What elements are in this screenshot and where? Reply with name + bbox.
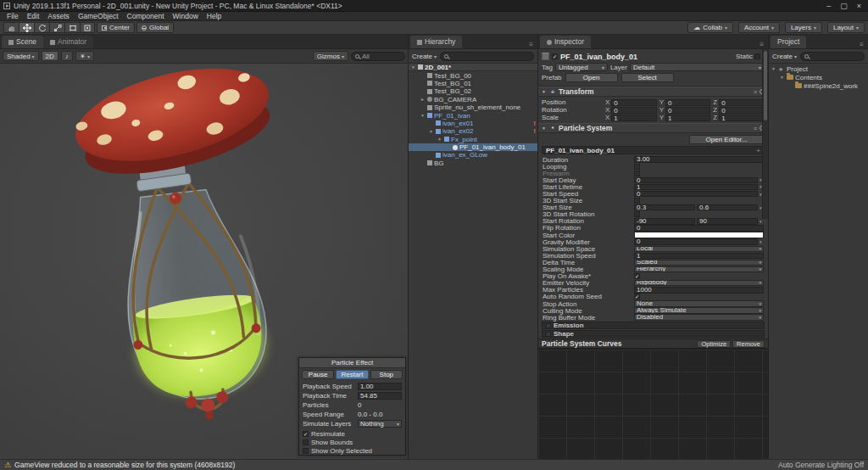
- property-field[interactable]: Rigidbody: [634, 280, 764, 287]
- hierarchy-create-dropdown[interactable]: Create ▾: [412, 53, 437, 60]
- checkbox-icon[interactable]: [303, 439, 309, 445]
- z-field[interactable]: 1: [719, 115, 765, 121]
- y-field[interactable]: 1: [665, 115, 710, 121]
- project-search-input[interactable]: [800, 52, 865, 61]
- x-field[interactable]: 0: [611, 99, 656, 106]
- static-checkbox[interactable]: [754, 53, 760, 59]
- tab-hierarchy[interactable]: Hierarchy: [410, 36, 462, 48]
- particle-curves-graph[interactable]: [538, 349, 768, 459]
- foldout-arrow-icon[interactable]: [437, 137, 442, 142]
- particle-effect-checkbox-row[interactable]: Resimulate: [299, 429, 405, 438]
- scale-tool-button[interactable]: [49, 22, 64, 33]
- active-checkbox[interactable]: ✓: [552, 53, 558, 59]
- property-checkbox[interactable]: [634, 198, 640, 204]
- open-editor-button[interactable]: Open Editor...: [689, 135, 764, 144]
- foldout-arrow-icon[interactable]: [410, 64, 416, 70]
- property-field[interactable]: -90: [634, 218, 695, 225]
- particle-system-component-header[interactable]: ▼ * Particle System ≡: [538, 123, 768, 133]
- layer-dropdown[interactable]: Default: [630, 63, 765, 71]
- transform-tool-button[interactable]: [80, 22, 95, 33]
- transform-component-header[interactable]: ▼ + Transform ≡: [538, 87, 768, 97]
- menu-item[interactable]: Window: [169, 12, 203, 20]
- move-tool-button[interactable]: [19, 22, 34, 33]
- scrollbar-thumb[interactable]: [764, 51, 767, 120]
- hierarchy-row[interactable]: PF_01_ivan_body_01 !: [409, 143, 537, 151]
- static-toggle[interactable]: Static ▾: [736, 53, 765, 60]
- add-module-icon[interactable]: +: [756, 147, 760, 154]
- gameobject-name-field[interactable]: PF_01_ivan_body_01: [560, 53, 733, 61]
- rotate-tool-button[interactable]: [34, 22, 49, 33]
- project-row[interactable]: Contents: [769, 73, 868, 81]
- x-field[interactable]: 0: [611, 107, 656, 114]
- property-field[interactable]: 0.3: [634, 204, 695, 211]
- status-message[interactable]: GameView reduced to a reasonable size fo…: [14, 461, 235, 469]
- inspector-scrollbar[interactable]: [762, 49, 768, 219]
- module-checkbox[interactable]: [546, 323, 551, 328]
- property-field[interactable]: 0: [634, 177, 758, 184]
- property-field-2[interactable]: 90: [697, 218, 758, 225]
- lighting-status[interactable]: Auto Generate Lighting Off: [778, 461, 864, 469]
- menu-item[interactable]: Component: [123, 12, 169, 20]
- project-row[interactable]: Project: [769, 64, 868, 73]
- prefab-action-button[interactable]: Select: [621, 73, 674, 82]
- menu-item[interactable]: Edit: [23, 12, 44, 20]
- hand-tool-button[interactable]: [3, 22, 19, 33]
- pe-row-value[interactable]: 54.85: [358, 392, 402, 400]
- tab-project[interactable]: Project: [771, 36, 806, 48]
- hierarchy-row[interactable]: Test_BG_02 !: [409, 87, 537, 95]
- presets-icon[interactable]: ≡: [754, 89, 757, 95]
- z-field[interactable]: 0: [719, 99, 765, 106]
- tab-inspector[interactable]: Inspector: [540, 36, 591, 48]
- menu-item[interactable]: Help: [203, 12, 225, 20]
- z-field[interactable]: 0: [719, 107, 765, 114]
- property-checkbox[interactable]: [634, 164, 640, 170]
- hierarchy-row[interactable]: BG !: [409, 159, 537, 167]
- view-tab[interactable]: Animator: [43, 36, 93, 48]
- property-field[interactable]: 1: [634, 253, 764, 260]
- curves-action-button[interactable]: Optimize: [697, 340, 731, 348]
- pivot-toggle-button[interactable]: Center: [97, 22, 135, 33]
- property-field-2[interactable]: 0.6: [697, 204, 758, 211]
- menu-item[interactable]: GameObject: [74, 12, 123, 20]
- project-create-dropdown[interactable]: Create ▾: [772, 53, 797, 60]
- hierarchy-row[interactable]: Test_BG_00 !: [409, 71, 537, 79]
- hierarchy-row[interactable]: BG_CAMERA !: [409, 96, 537, 104]
- foldout-arrow-icon[interactable]: ▼: [542, 126, 547, 131]
- checkbox-icon[interactable]: [303, 431, 309, 437]
- chevron-down-icon[interactable]: ▾: [760, 219, 764, 224]
- tag-dropdown[interactable]: Untagged: [555, 63, 608, 71]
- hierarchy-row[interactable]: 2D_001* !: [409, 64, 537, 71]
- hierarchy-row[interactable]: ivan_ex02 !: [409, 127, 537, 135]
- pe-row-value[interactable]: 1.00: [358, 383, 402, 390]
- foldout-arrow-icon[interactable]: [420, 97, 426, 102]
- minimize-button[interactable]: –: [826, 2, 831, 10]
- scene-search-input[interactable]: All: [351, 52, 405, 61]
- layers-dropdown[interactable]: Layers ▾: [785, 22, 822, 33]
- close-button[interactable]: ×: [857, 2, 861, 10]
- hierarchy-row[interactable]: Sprite_nu_sh_element_none !: [409, 104, 537, 111]
- property-field[interactable]: 3.00: [634, 156, 764, 163]
- particle-effect-button[interactable]: Stop: [370, 370, 403, 379]
- foldout-arrow-icon[interactable]: [428, 129, 434, 134]
- color-swatch[interactable]: [634, 232, 764, 238]
- hierarchy-row[interactable]: Test_BG_01 !: [409, 80, 537, 87]
- foldout-arrow-icon[interactable]: ▼: [542, 89, 547, 94]
- hierarchy-row[interactable]: ivan_ex_GLow !: [409, 151, 537, 159]
- pe-row-value[interactable]: 0: [358, 401, 402, 409]
- property-field[interactable]: Scaled: [634, 260, 764, 266]
- view-tab[interactable]: Scene: [2, 36, 43, 48]
- gizmos-dropdown[interactable]: Gizmos ▾: [313, 51, 348, 61]
- scene-effects-dropdown[interactable]: ☀▾: [75, 51, 94, 61]
- panel-menu-icon[interactable]: ≡: [860, 41, 866, 48]
- prefab-action-button[interactable]: Open: [565, 73, 618, 82]
- account-dropdown[interactable]: Account ▾: [738, 22, 780, 33]
- pe-row-value[interactable]: 0.0 - 0.0: [358, 411, 402, 418]
- particle-effect-checkbox-row[interactable]: Show Bounds: [299, 438, 405, 446]
- pe-row-value[interactable]: Nothing: [358, 420, 402, 428]
- property-field[interactable]: 0: [634, 191, 758, 198]
- mode-2d-toggle[interactable]: 2D: [42, 51, 58, 61]
- property-field[interactable]: Always Simulate: [634, 307, 764, 314]
- foldout-arrow-icon[interactable]: [779, 75, 785, 80]
- module-checkbox[interactable]: [546, 332, 551, 337]
- hierarchy-row[interactable]: Fx_point !: [409, 136, 537, 143]
